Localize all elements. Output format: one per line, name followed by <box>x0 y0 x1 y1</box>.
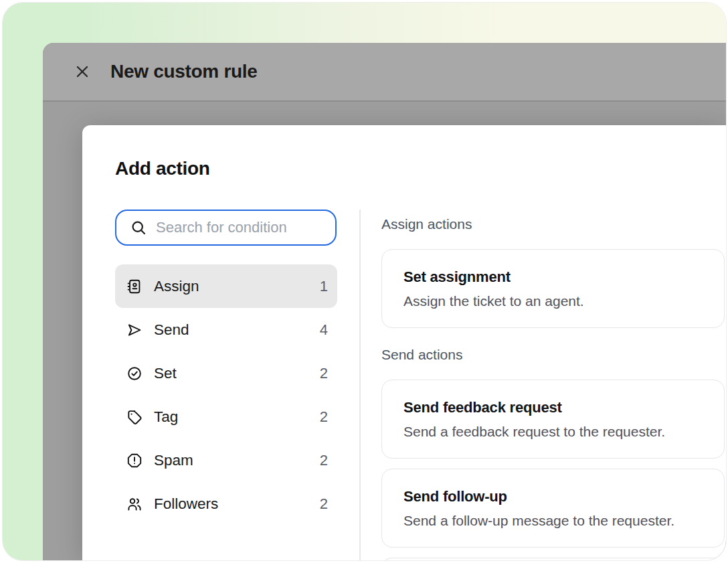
section-cards: Set assignment Assign the ticket to an a… <box>381 249 725 328</box>
window-header: New custom rule <box>43 43 726 102</box>
section-header: Send actions <box>381 347 725 362</box>
close-button[interactable] <box>72 62 92 82</box>
category-item-set[interactable]: Set 2 <box>115 351 337 395</box>
category-item-tag[interactable]: Tag 2 <box>115 395 337 438</box>
search-box <box>115 210 337 246</box>
address-book-icon <box>126 278 143 295</box>
category-label: Followers <box>154 495 218 513</box>
send-icon <box>126 322 143 338</box>
actions-panel: Assign actions Set assignment Assign the… <box>381 217 725 560</box>
action-section: Send actions Send feedback request Send … <box>381 347 725 560</box>
alert-octagon-icon <box>126 453 143 469</box>
vertical-divider <box>359 210 361 560</box>
category-list: Assign 1 Send 4 Set 2 Tag 2 Spam 2 Follo… <box>115 264 337 526</box>
action-card-description: Assign the ticket to an agent. <box>403 293 703 309</box>
category-item-spam[interactable]: Spam 2 <box>115 438 337 482</box>
people-icon <box>126 496 143 512</box>
category-item-assign[interactable]: Assign 1 <box>115 264 337 308</box>
screenshot-card: New custom rule Add action Assign 1 Send… <box>3 3 726 560</box>
action-card-description: Send a feedback request to the requester… <box>403 424 703 440</box>
tag-icon <box>126 409 143 425</box>
category-item-send[interactable]: Send 4 <box>115 308 337 351</box>
category-count: 2 <box>320 365 328 382</box>
check-circle-icon <box>126 366 143 382</box>
category-label: Spam <box>154 452 193 469</box>
section-cards: Send feedback request Send a feedback re… <box>381 380 725 560</box>
category-label: Set <box>154 365 177 382</box>
category-count: 2 <box>320 452 328 469</box>
modal-title: Add action <box>115 157 210 180</box>
screen: New custom rule Add action Assign 1 Send… <box>0 0 728 563</box>
category-count: 2 <box>320 408 328 426</box>
category-count: 1 <box>320 278 328 295</box>
section-header: Assign actions <box>381 217 725 232</box>
close-icon <box>74 63 91 80</box>
search-input[interactable] <box>156 219 335 236</box>
action-card-title: Send feedback request <box>403 400 703 416</box>
search-icon <box>130 219 147 236</box>
add-action-modal: Add action Assign 1 Send 4 Set 2 Tag 2 <box>82 125 726 560</box>
action-card-title: Send follow-up <box>403 489 703 505</box>
action-card-partial[interactable] <box>381 558 725 560</box>
action-card-title: Set assignment <box>403 269 703 285</box>
window-title: New custom rule <box>110 61 258 82</box>
category-label: Send <box>154 321 189 339</box>
action-card[interactable]: Send follow-up Send a follow-up message … <box>381 469 725 548</box>
action-card-description: Send a follow-up message to the requeste… <box>403 513 703 529</box>
category-count: 4 <box>320 321 328 339</box>
action-card[interactable]: Send feedback request Send a feedback re… <box>381 380 725 459</box>
category-count: 2 <box>320 495 328 513</box>
action-card[interactable]: Set assignment Assign the ticket to an a… <box>381 249 725 328</box>
category-label: Tag <box>154 408 178 426</box>
action-section: Assign actions Set assignment Assign the… <box>381 217 725 328</box>
category-label: Assign <box>154 278 199 295</box>
category-item-followers[interactable]: Followers 2 <box>115 482 337 526</box>
